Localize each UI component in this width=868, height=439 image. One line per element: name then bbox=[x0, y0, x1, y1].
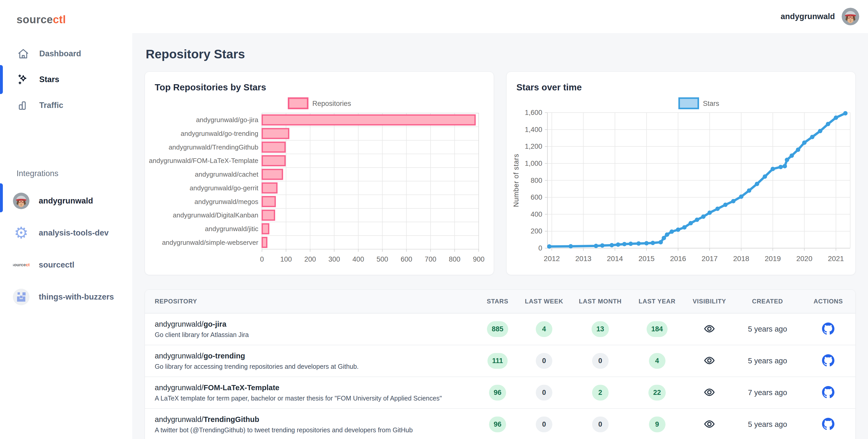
col-created: CREATED bbox=[734, 298, 801, 305]
github-link-icon[interactable] bbox=[822, 363, 835, 368]
stars-badge: 96 bbox=[489, 385, 506, 401]
user-avatar bbox=[13, 193, 29, 209]
buzzers-icon bbox=[13, 289, 29, 305]
bar-x-tick: 100 bbox=[280, 255, 292, 263]
last-year-cell: 184 bbox=[629, 321, 685, 337]
col-repository: REPOSITORY bbox=[145, 298, 478, 305]
bar-FOM-LaTeX-Template bbox=[262, 156, 285, 165]
integration-sourcectl[interactable]: sourcectl sourcectl bbox=[0, 249, 132, 281]
last-week-badge: 0 bbox=[536, 416, 552, 432]
sidebar-item-label: Traffic bbox=[39, 101, 63, 110]
sidebar-item-stars[interactable]: Stars bbox=[0, 67, 132, 92]
stars-data-point bbox=[651, 241, 655, 245]
visibility-cell bbox=[685, 418, 734, 431]
stars-data-point bbox=[715, 207, 720, 211]
stars-data-point bbox=[600, 243, 604, 248]
table-body: andygrunwald/go-jira Go client library f… bbox=[145, 313, 855, 439]
last-year-badge: 22 bbox=[648, 385, 665, 401]
repo-name[interactable]: andygrunwald/TrendingGithub bbox=[155, 415, 478, 424]
gear-icon: ⚙ bbox=[13, 225, 29, 241]
stars-data-point bbox=[771, 167, 775, 171]
stars-data-point bbox=[826, 122, 830, 126]
bar-megos bbox=[262, 197, 275, 207]
sidebar-item-traffic[interactable]: Traffic bbox=[0, 92, 132, 118]
bar-category-label: andygrunwald/jitic bbox=[205, 225, 258, 233]
stars-data-point bbox=[701, 214, 706, 219]
bar-x-tick: 500 bbox=[377, 255, 388, 263]
line-chart-legend[interactable]: Stars bbox=[679, 98, 719, 108]
stars-data-point bbox=[723, 203, 728, 207]
stars-cell: 96 bbox=[478, 416, 517, 432]
stars-data-point bbox=[594, 244, 598, 248]
stars-data-point bbox=[695, 218, 699, 222]
last-year-badge: 184 bbox=[647, 321, 668, 337]
sidebar-item-dashboard[interactable]: Dashboard bbox=[0, 41, 132, 67]
stars-data-point bbox=[637, 241, 641, 246]
sparkles-icon bbox=[17, 73, 29, 86]
visibility-eye-icon bbox=[704, 363, 715, 367]
last-week-badge: 4 bbox=[536, 321, 552, 337]
top-header: andygrunwald bbox=[132, 0, 868, 33]
last-week-cell: 0 bbox=[517, 416, 571, 432]
line-x-tick: 2012 bbox=[544, 255, 560, 263]
repo-name[interactable]: andygrunwald/go-trending bbox=[155, 352, 478, 360]
col-stars: STARS bbox=[478, 298, 517, 305]
header-avatar[interactable] bbox=[842, 8, 859, 25]
last-month-cell: 0 bbox=[571, 416, 629, 432]
last-year-badge: 4 bbox=[649, 353, 665, 369]
bar-category-label: andygrunwald/megos bbox=[194, 198, 258, 206]
repo-name[interactable]: andygrunwald/go-jira bbox=[155, 320, 478, 328]
integration-analysis-tools-dev[interactable]: ⚙ analysis-tools-dev bbox=[0, 217, 132, 249]
visibility-eye-icon bbox=[704, 331, 715, 336]
last-month-cell: 0 bbox=[571, 353, 629, 369]
table-row-TrendingGithub: andygrunwald/TrendingGithub A twitter bo… bbox=[145, 409, 855, 439]
bar-x-tick: 600 bbox=[401, 255, 412, 263]
github-link-icon[interactable] bbox=[822, 332, 835, 336]
line-y-tick: 1,600 bbox=[525, 109, 542, 117]
bar-chart-legend[interactable]: Repositories bbox=[288, 98, 351, 108]
stars-data-point bbox=[616, 243, 620, 247]
repo-description: Go library for accessing trending reposi… bbox=[155, 363, 478, 370]
last-month-cell: 2 bbox=[571, 385, 629, 401]
bar-go-jira bbox=[262, 115, 475, 125]
created-cell: 7 years ago bbox=[734, 388, 801, 397]
bar-category-label: andygrunwald/cachet bbox=[195, 170, 258, 178]
github-link-icon[interactable] bbox=[822, 395, 835, 400]
last-week-badge: 0 bbox=[536, 353, 552, 369]
col-last-month: LAST MONTH bbox=[571, 298, 629, 305]
bar-x-tick: 700 bbox=[425, 255, 436, 263]
last-year-badge: 9 bbox=[649, 416, 665, 432]
stars-data-point bbox=[778, 165, 783, 169]
github-link-icon[interactable] bbox=[822, 427, 835, 431]
bar-x-tick: 800 bbox=[449, 255, 460, 263]
stars-data-point bbox=[622, 242, 627, 246]
bar-cachet bbox=[262, 169, 282, 179]
integration-andygrunwald[interactable]: andygrunwald bbox=[0, 185, 132, 217]
bar-x-tick: 300 bbox=[328, 255, 340, 263]
bar-category-label: andygrunwald/go-trending bbox=[181, 130, 258, 137]
active-indicator bbox=[0, 183, 3, 212]
bar-category-label: andygrunwald/simple-webserver bbox=[162, 239, 258, 246]
sourcectl-mini-logo: sourcectl bbox=[13, 257, 29, 273]
stars-data-point bbox=[755, 182, 759, 186]
main-area: andygrunwald Repository Stars bbox=[132, 0, 868, 439]
integration-things-with-buzzers[interactable]: things-with-buzzers bbox=[0, 281, 132, 313]
last-year-cell: 9 bbox=[629, 416, 685, 432]
repositories-table: REPOSITORY STARS LAST WEEK LAST MONTH LA… bbox=[145, 289, 856, 439]
stars-data-point bbox=[644, 241, 649, 245]
line-x-tick: 2013 bbox=[575, 255, 591, 263]
sidebar-item-label: Stars bbox=[39, 75, 59, 84]
last-month-badge: 2 bbox=[592, 385, 609, 401]
stars-data-point bbox=[610, 243, 614, 247]
line-y-tick: 800 bbox=[531, 177, 542, 184]
stars-badge: 96 bbox=[489, 416, 506, 432]
table-row-go-jira: andygrunwald/go-jira Go client library f… bbox=[145, 313, 855, 345]
last-month-badge: 0 bbox=[592, 416, 609, 432]
bar-jitic bbox=[262, 224, 269, 234]
last-month-badge: 0 bbox=[592, 353, 609, 369]
sourcectl-logo[interactable]: sourcectl bbox=[0, 0, 132, 26]
last-week-cell: 4 bbox=[517, 321, 571, 337]
repo-name[interactable]: andygrunwald/FOM-LaTeX-Template bbox=[155, 383, 478, 392]
header-username[interactable]: andygrunwald bbox=[781, 12, 835, 21]
top-repositories-bar-chart: Repositories0100200300400500600700800900… bbox=[145, 92, 494, 271]
